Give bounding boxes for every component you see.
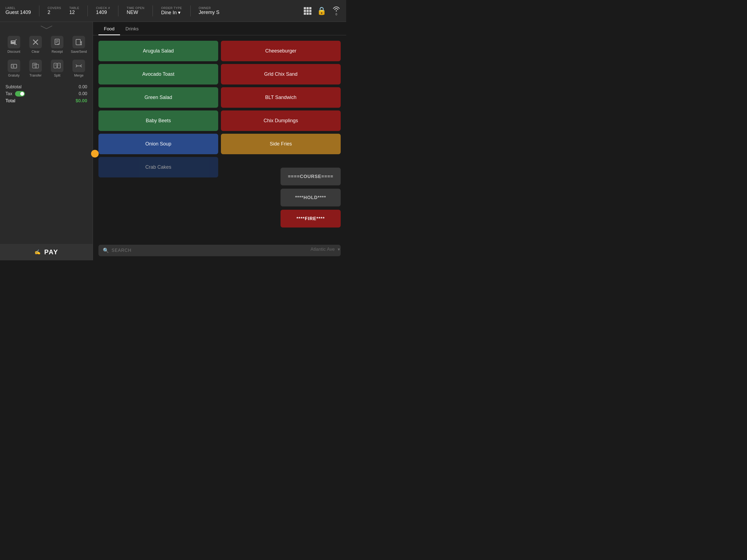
main-layout: $ Discount Clear — [0, 22, 346, 260]
receipt-button[interactable]: Receipt — [48, 34, 67, 55]
pay-button[interactable]: ✍ PAY — [0, 244, 93, 260]
svg-rect-15 — [32, 63, 36, 68]
menu-item-chix-dumplings[interactable]: Chix Dumplings — [221, 110, 341, 131]
owner-title: OWNER — [199, 6, 220, 9]
menu-item-crab-cakes[interactable]: Crab Cakes — [98, 157, 218, 177]
total-value: $0.00 — [75, 98, 87, 104]
table-title: TABLE — [70, 6, 80, 9]
svg-rect-19 — [35, 64, 38, 68]
total-row: Total $0.00 — [5, 98, 87, 104]
tab-drinks[interactable]: Drinks — [120, 22, 144, 35]
menu-item-grld-chix-sand[interactable]: Grld Chix Sand — [221, 64, 341, 84]
svg-rect-21 — [57, 63, 60, 68]
clear-button[interactable]: Clear — [26, 34, 45, 55]
menu-item-arugula-salad[interactable]: Arugula Salad — [98, 41, 218, 61]
search-input[interactable] — [111, 248, 336, 253]
grid-icon[interactable] — [304, 7, 311, 15]
location-bar[interactable]: Atlantic Ave ▼ — [305, 247, 346, 252]
pay-label: PAY — [44, 248, 58, 256]
discount-button[interactable]: $ Discount — [4, 34, 24, 55]
search-input-wrap: 🔍 — [98, 245, 341, 256]
save-send-icon — [73, 36, 85, 48]
time-title: TIME OPEN — [127, 6, 145, 9]
menu-item-onion-soup[interactable]: Onion Soup — [98, 134, 218, 154]
header: LABEL Guest 1409 COVERS 2 TABLE 12 CHECK… — [0, 0, 346, 22]
menu-row-1: Arugula Salad Cheeseburger — [98, 41, 341, 61]
receipt-label: Receipt — [52, 50, 63, 54]
menu-item-blt-sandwich[interactable]: BLT Sandwich — [221, 87, 341, 108]
order-type-title: ORDER TYPE — [161, 6, 182, 9]
totals-section: Subtotal 0.00 Tax 0.00 Total $0.00 — [0, 82, 93, 244]
split-label: Split — [54, 74, 60, 77]
check-title: CHECK # — [96, 6, 110, 9]
order-type-value: Dine In ▾ — [161, 9, 182, 16]
table-value: 12 — [70, 9, 80, 15]
course-button[interactable]: ====COURSE==== — [281, 168, 341, 185]
left-panel: $ Discount Clear — [0, 22, 93, 260]
covers-field: COVERS 2 — [48, 6, 61, 15]
order-type-field[interactable]: ORDER TYPE Dine In ▾ — [161, 6, 182, 16]
right-actions: ====COURSE==== ****HOLD**** ****FIRE**** — [281, 168, 341, 228]
pay-icon: ✍ — [34, 249, 41, 255]
svg-point-0 — [336, 10, 337, 11]
header-icons: 🔒 0 — [304, 6, 341, 16]
time-value: NEW — [127, 9, 145, 15]
action-buttons-row2: $ Gratuity Transfer — [0, 58, 93, 82]
menu-item-side-fries[interactable]: Side Fries — [221, 134, 341, 154]
gratuity-icon: $ — [8, 59, 20, 72]
receipt-icon — [51, 36, 63, 48]
split-button[interactable]: Split — [48, 58, 67, 79]
menu-row-3: Green Salad BLT Sandwich — [98, 87, 341, 108]
gratuity-label: Gratuity — [8, 74, 20, 77]
action-buttons-row1: $ Discount Clear — [0, 31, 93, 58]
wifi-count: 0 — [335, 12, 337, 16]
owner-value: Jeremy S — [199, 9, 220, 15]
merge-icon — [73, 59, 85, 72]
hold-button[interactable]: ****HOLD**** — [281, 189, 341, 206]
tax-value: 0.00 — [79, 91, 87, 96]
subtotal-label: Subtotal — [5, 84, 22, 90]
clear-label: Clear — [32, 50, 40, 54]
tax-toggle[interactable] — [15, 91, 25, 97]
lock-icon[interactable]: 🔒 — [317, 6, 327, 15]
search-icon: 🔍 — [103, 248, 109, 253]
location-text: Atlantic Ave — [311, 247, 335, 252]
save-send-label: Save/Send — [71, 50, 87, 54]
time-field: TIME OPEN NEW — [127, 6, 145, 15]
svg-rect-20 — [54, 63, 57, 68]
svg-text:$: $ — [12, 65, 14, 68]
label-title: LABEL — [5, 6, 31, 9]
menu-row-4: Baby Beets Chix Dumplings — [98, 110, 341, 131]
transfer-button[interactable]: Transfer — [26, 58, 45, 79]
menu-item-green-salad[interactable]: Green Salad — [98, 87, 218, 108]
gratuity-button[interactable]: $ Gratuity — [4, 58, 24, 79]
clear-icon — [29, 36, 42, 48]
menu-item-cheeseburger[interactable]: Cheeseburger — [221, 41, 341, 61]
total-label: Total — [5, 98, 15, 104]
menu-row-5: Onion Soup Side Fries — [98, 134, 341, 154]
covers-value: 2 — [48, 9, 61, 15]
yellow-dot — [91, 150, 99, 157]
menu-row-2: Avocado Toast Grld Chix Sand — [98, 64, 341, 84]
check-value: 1409 — [96, 9, 110, 15]
merge-button[interactable]: Merge — [69, 58, 88, 79]
tax-row: Tax 0.00 — [5, 91, 87, 97]
menu-item-avocado-toast[interactable]: Avocado Toast — [98, 64, 218, 84]
tax-label: Tax — [5, 91, 12, 96]
subtotal-value: 0.00 — [79, 84, 87, 90]
merge-label: Merge — [74, 74, 83, 77]
transfer-icon — [29, 59, 42, 72]
subtotal-row: Subtotal 0.00 — [5, 84, 87, 90]
wifi-icon: 0 — [332, 6, 341, 16]
discount-icon: $ — [8, 36, 20, 48]
menu-item-baby-beets[interactable]: Baby Beets — [98, 110, 218, 131]
save-send-button[interactable]: Save/Send — [69, 34, 88, 55]
covers-title: COVERS — [48, 6, 61, 9]
fire-button[interactable]: ****FIRE**** — [281, 210, 341, 228]
check-field: CHECK # 1409 — [96, 6, 110, 15]
owner-field: OWNER Jeremy S — [199, 6, 220, 15]
table-field: TABLE 12 — [70, 6, 80, 15]
split-icon — [51, 59, 63, 72]
svg-line-4 — [15, 40, 17, 41]
tab-food[interactable]: Food — [98, 22, 120, 35]
